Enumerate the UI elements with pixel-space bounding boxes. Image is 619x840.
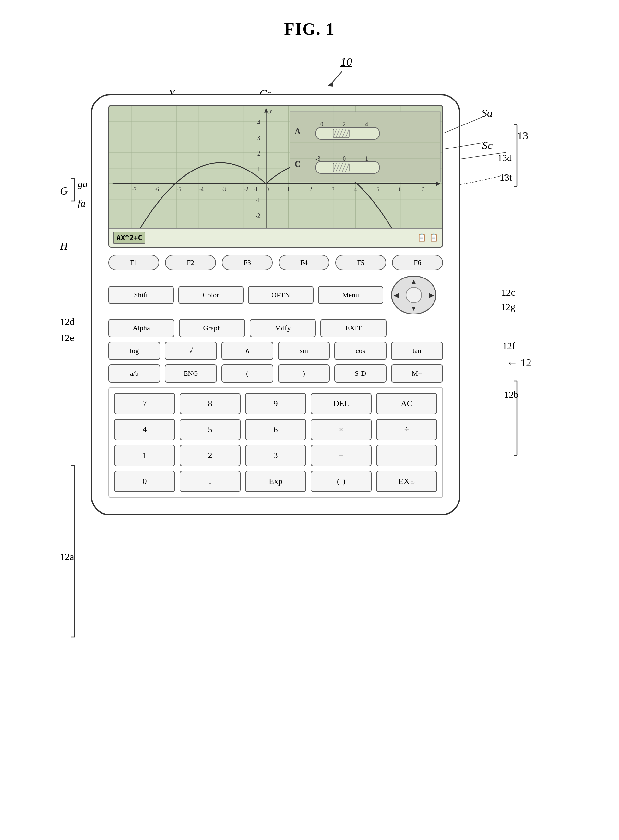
minus-button[interactable]: - [376,445,437,466]
ref-12d-label: 12d [60,316,75,327]
divide-button[interactable]: ÷ [376,419,437,440]
sqrt-button[interactable]: √ [165,342,217,360]
svg-marker-1 [327,82,333,87]
exp-button[interactable]: Exp [245,471,306,492]
btn-4[interactable]: 4 [114,419,175,440]
btn-5[interactable]: 5 [179,419,241,440]
ref-12f-label: 12f [502,341,515,351]
ref-13-label: 13 [517,130,528,142]
exit-button[interactable]: EXIT [320,319,387,337]
svg-text:4: 4 [365,121,368,128]
dpad-up-icon[interactable]: ▲ [411,278,417,285]
btn-8[interactable]: 8 [179,393,241,414]
ac-button[interactable]: AC [376,393,437,414]
svg-text:0: 0 [266,186,269,193]
arrow-10-icon [321,70,347,89]
svg-text:0: 0 [343,155,345,162]
calculator: y x 4 3 2 1 -1 -2 -3 -4 -7 -6 -5 -4 -3 -… [91,94,461,516]
power-button[interactable]: ∧ [221,342,274,360]
svg-line-106 [461,175,506,185]
negate-button[interactable]: (-) [311,471,372,492]
fkey-row: F1 F2 F3 F4 F5 F6 [108,255,443,271]
copy-icon: 📋 [417,233,426,242]
numpad-row4: 0 . Exp (-) EXE [114,471,437,492]
f3-button[interactable]: F3 [222,255,273,271]
shift-button[interactable]: Shift [108,286,174,304]
color-button[interactable]: Color [178,286,244,304]
eng-button[interactable]: ENG [165,365,217,383]
calculator-screen: y x 4 3 2 1 -1 -2 -3 -4 -7 -6 -5 -4 -3 -… [108,105,443,248]
ga-label: ga [78,178,88,189]
ref-12g-label: 12g [501,302,515,312]
ref-13t-label: 13t [500,172,512,183]
dpad[interactable]: ▲ ▼ ◀ ▶ [391,276,443,314]
row2-buttons: Alpha Graph Mdfy EXIT [108,319,443,337]
svg-text:6: 6 [399,186,402,193]
formula-icons-area: 📋 📋 [417,233,438,242]
btn-1[interactable]: 1 [114,445,175,466]
svg-text:-6: -6 [154,186,159,193]
btn-7[interactable]: 7 [114,393,175,414]
ref-12c-label: 12c [501,287,515,298]
svg-text:-2: -2 [244,186,248,193]
svg-text:-4: -4 [199,186,204,193]
formula-text: AX^2+C [113,232,145,244]
sin-button[interactable]: sin [278,342,330,360]
f4-button[interactable]: F4 [278,255,329,271]
G-label: G [60,185,68,197]
svg-text:1: 1 [365,155,368,162]
f2-button[interactable]: F2 [165,255,216,271]
dpad-circle[interactable]: ▲ ▼ ◀ ▶ [391,276,437,314]
svg-text:-3: -3 [222,186,226,193]
exe-button[interactable]: EXE [376,471,437,492]
svg-text:-1: -1 [254,186,258,193]
figure-title: FIG. 1 [0,0,619,39]
dpad-left-icon[interactable]: ◀ [394,291,399,299]
svg-text:-1: -1 [256,196,260,203]
f5-button[interactable]: F5 [335,255,386,271]
svg-text:3: 3 [332,186,335,193]
ref-12-label: ← 12 [507,357,532,369]
ref-12e-label: 12e [60,332,74,343]
mplus-button[interactable]: M+ [391,365,443,383]
svg-text:7: 7 [422,186,424,193]
btn-3[interactable]: 3 [245,445,306,466]
dpad-center-button[interactable] [406,287,422,303]
svg-line-0 [331,71,342,84]
multiply-button[interactable]: × [311,419,372,440]
numpad-row1: 7 8 9 DEL AC [114,393,437,414]
svg-text:y: y [269,106,272,114]
alpha-button[interactable]: Alpha [108,319,175,337]
btn-0[interactable]: 0 [114,471,175,492]
mdfy-button[interactable]: Mdfy [250,319,316,337]
decimal-button[interactable]: . [179,471,241,492]
svg-text:1: 1 [257,165,260,172]
svg-rect-96 [315,161,379,173]
rparen-button[interactable]: ) [278,365,330,383]
svg-text:4: 4 [354,186,357,193]
btn-9[interactable]: 9 [245,393,306,414]
ref-12a-label: 12a [60,551,74,562]
ab-button[interactable]: a/b [108,365,160,383]
svg-text:-3: -3 [315,155,320,162]
del-button[interactable]: DEL [311,393,372,414]
sd-button[interactable]: S-D [334,365,386,383]
log-button[interactable]: log [108,342,160,360]
graph-button[interactable]: Graph [179,319,245,337]
lparen-button[interactable]: ( [221,365,274,383]
cos-button[interactable]: cos [334,342,386,360]
plus-button[interactable]: + [311,445,372,466]
btn-2[interactable]: 2 [179,445,241,466]
f1-button[interactable]: F1 [108,255,159,271]
tan-button[interactable]: tan [391,342,443,360]
svg-text:-2: -2 [256,212,260,219]
row3-buttons: log √ ∧ sin cos tan [108,342,443,360]
dpad-right-icon[interactable]: ▶ [429,291,434,299]
graph-display: y x 4 3 2 1 -1 -2 -3 -4 -7 -6 -5 -4 -3 -… [109,106,442,247]
f6-button[interactable]: F6 [392,255,443,271]
menu-button[interactable]: Menu [318,286,384,304]
btn-6[interactable]: 6 [245,419,306,440]
dpad-down-icon[interactable]: ▼ [411,305,417,312]
optn-button[interactable]: OPTN [248,286,314,304]
row4-buttons: a/b ENG ( ) S-D M+ [108,365,443,383]
